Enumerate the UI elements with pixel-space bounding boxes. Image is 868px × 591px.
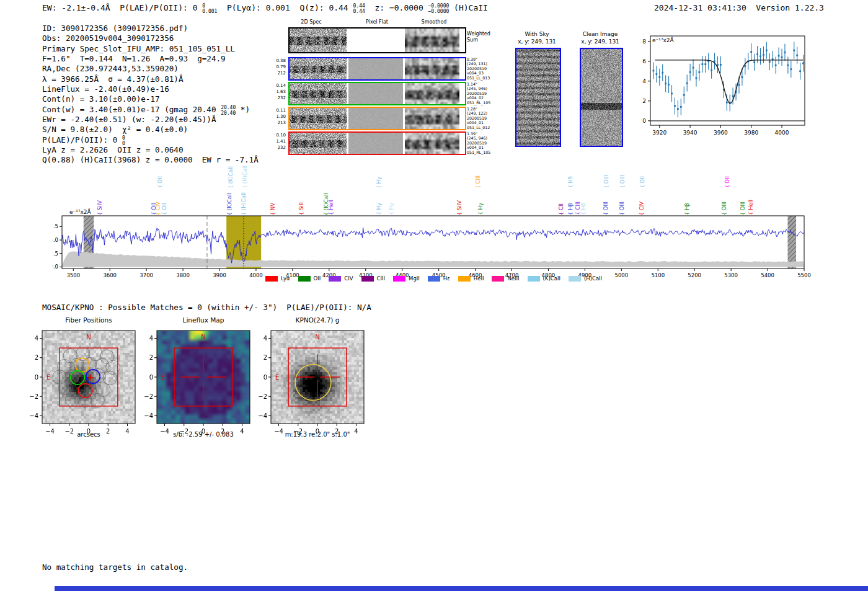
info-line: LyA z = 2.2626 OII z = 0.0640 [42,145,259,155]
cutout-ytick: 4 [35,335,38,342]
fiber-circle [95,358,109,372]
main-xtick: 5000 [614,272,628,278]
main-ytick: 0.0 [53,264,58,270]
inset-point [775,64,777,66]
inset-point [698,71,700,73]
cutout-xtick: −4 [45,428,55,435]
info-line: Primary Spec_Slot_IFU_AMP: 051_105_051_L… [42,44,259,54]
legend-label: MgII [409,275,420,282]
inset-point [701,63,703,65]
spec2d-row-right-labels: 1.28"(249, 122)20200519v004_01051_LL_012 [467,107,490,130]
inset-ytick: 4 [642,78,646,84]
spec2d-image-2dspec [290,29,347,52]
text-segment: z: −0.0000 [365,3,428,12]
legend-swatch [528,276,540,282]
spec2d-row-left-labels: 0.111.30213 [271,107,286,126]
spec2d-row [288,27,466,53]
spec2d-image-pixelflat [348,29,403,52]
stacked-fraction: −0.0000−0.0000 [428,4,450,15]
spec2d-image-2dspec [290,133,347,154]
cutout-ytick: 0 [264,374,267,381]
inset-xtick: 4000 [775,130,789,136]
spec2d-image-smoothed [405,58,459,79]
cutout-ytick: 2 [149,354,153,361]
main-ytick: 7.5 [53,223,58,229]
fiber-circle [100,350,113,363]
spec2d-row [288,107,466,130]
inset-point [787,64,789,66]
cutout-frame [42,331,135,424]
catalog-note: No matching targets in catalog. Row inte… [42,543,188,591]
spec2d-image-pixelflat [348,83,403,104]
fiber-circle-highlight [78,384,92,398]
spec2d-image-2dspec [290,83,347,104]
legend-item: NeIII [492,275,519,282]
inset-ytick: 0 [642,118,646,124]
inset-point [760,55,761,57]
stacked-fraction: 0.440.44 [353,4,365,15]
line-label: ( (H)CaII [242,166,248,187]
cutout-xtick: 2 [335,428,339,435]
cutout-xtick: 4 [125,428,129,435]
legend-label: HeII [474,275,484,282]
legend-label: (K)CaII [543,275,560,282]
legend-swatch [298,276,311,282]
elixer-report-page: { "header": { "left_segments": [ {"t":"E… [0,0,868,591]
main-ytick: 2.5 [53,251,58,257]
main-xtick: 5200 [688,272,701,278]
report-datetime: 2024-12-31 03:41:30 Version 1.22.3 [654,3,824,12]
main-xtick: 3600 [103,272,117,278]
legend-item: MgII [393,275,420,282]
main-xtick: 5300 [724,272,738,278]
inset-point [784,51,786,53]
inset-xtick: 3920 [652,130,666,136]
spec2d-image-2dspec [290,58,347,79]
fiber-circle [65,393,79,406]
compass-east-label: E [161,374,165,381]
inset-point [753,61,755,63]
main-xtick: 5500 [797,272,811,278]
legend-swatch [393,276,405,282]
info-line: Obs: 20200519v004_3090172356 [42,33,259,43]
legend-swatch [492,276,504,282]
text-segment: EWr = -2.40(±0.51) (w: -2.20(±0.45))Å [42,115,216,124]
legend-swatch [569,276,581,282]
inset-point [683,94,685,96]
fiber-circle-highlight [86,370,100,383]
cutout-ytick: −4 [144,412,153,419]
legend-item: CIV [329,275,353,282]
legend-swatch [458,276,471,282]
extraction-box [60,348,118,406]
inset-point [793,50,795,51]
info-line: Q(0.88) (H)CaII(3968) z = 0.0000 EW r = … [42,155,259,165]
inset-point [711,69,712,71]
legend-label: OII [314,275,321,282]
cutout-xtick: 2 [106,428,110,435]
spec2d-image-smoothed [405,133,459,154]
fiber-positions-overlay: −4−4−2−2002244NE [22,323,146,444]
text-segment: λ = 3966.25Å σ = 4.37(±0.81)Å [42,74,183,84]
detection-info-block: ID: 3090172356 (3090172356.pdf)Obs: 2020… [42,24,259,166]
cutout-xtick: −4 [160,428,169,435]
text-segment: Cont(n) = 3.10(±0.00)e-17 [42,94,160,104]
cutout-ytick: 4 [149,335,153,342]
spectrum-legend: LyαOIICIVCIIIMgIIHεHeIINeIII(K)CaII(H)Ca… [265,275,602,282]
info-line: Cont(n) = 3.10(±0.00)e-17 [42,94,259,104]
text-segment: EW: -2.1±-0.4Å P(LAE)/P(OII): 0 [42,3,202,12]
inset-point [781,56,783,58]
cutout-xtick: −4 [274,428,283,435]
spec2d-row [288,131,466,155]
line-fit-inset-plot: 0246839203940396039804000e⁻¹⁷x2Å [642,31,815,146]
spec2d-row-left-labels: 0.380.79212 [271,58,286,76]
inset-point [714,60,715,62]
spec2d-image-pixelflat [348,58,403,79]
info-line: λ = 3966.25Å σ = 4.37(±0.81)Å [42,74,259,84]
inset-point [677,108,679,110]
text-segment: ID: 3090172356 (3090172356.pdf) [42,24,188,33]
cutout-xtick: −2 [64,428,74,435]
spec2d-row-left-labels: 0.101.41232 [271,132,286,151]
cutout-xtick: 0 [87,428,91,435]
legend-item: (K)CaII [528,275,560,282]
legend-item: OII [298,275,321,282]
inset-point [769,61,771,63]
